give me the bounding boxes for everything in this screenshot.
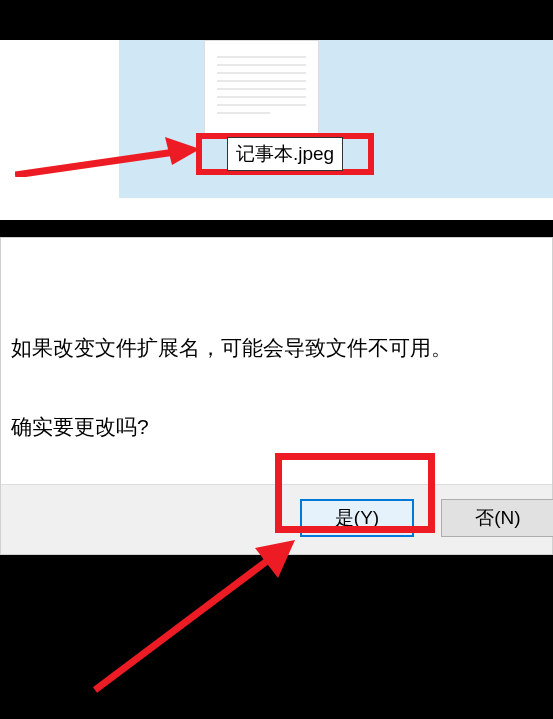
filename-text: 记事本.jpeg <box>236 143 334 164</box>
dialog-button-bar: 是(Y) 否(N) <box>1 484 552 554</box>
file-explorer-area: 记事本.jpeg <box>0 40 553 220</box>
no-button-label: 否(N) <box>475 505 520 531</box>
warning-message: 如果改变文件扩展名，可能会导致文件不可用。 <box>11 333 542 362</box>
confirm-question: 确实要更改吗? <box>11 412 542 441</box>
dialog-content: 如果改变文件扩展名，可能会导致文件不可用。 确实要更改吗? <box>1 238 552 442</box>
confirmation-dialog: 如果改变文件扩展名，可能会导致文件不可用。 确实要更改吗? 是(Y) 否(N) <box>0 237 553 555</box>
file-thumbnail-icon <box>204 40 319 135</box>
no-button[interactable]: 否(N) <box>441 499 553 537</box>
yes-button[interactable]: 是(Y) <box>300 499 414 537</box>
file-selection-area: 记事本.jpeg <box>119 40 553 198</box>
filename-highlight-annotation: 记事本.jpeg <box>196 133 374 175</box>
filename-input[interactable]: 记事本.jpeg <box>227 137 343 171</box>
yes-button-label: 是(Y) <box>335 505 379 531</box>
svg-line-2 <box>95 555 275 690</box>
